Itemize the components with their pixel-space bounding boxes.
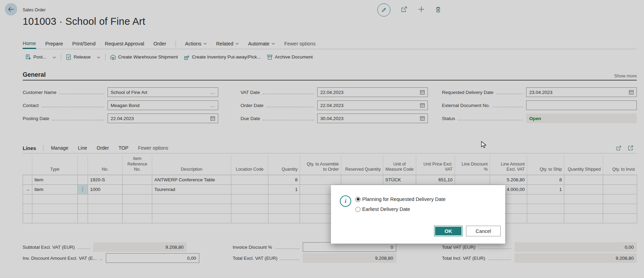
sales-order-page: Sales Order [0, 0, 644, 278]
ok-button[interactable]: OK [434, 226, 463, 236]
mouse-cursor [481, 141, 487, 149]
cancel-button[interactable]: Cancel [466, 226, 501, 236]
planning-options-dialog: i Planning for Requested Delivery Date E… [331, 185, 505, 244]
modal-overlay [0, 0, 644, 278]
radio-earliest-delivery-date[interactable]: Earliest Delivery Date [355, 206, 446, 212]
radio-selected-icon [355, 197, 360, 202]
info-icon: i [340, 195, 351, 207]
radio-planning-for-requested-delivery-date[interactable]: Planning for Requested Delivery Date [355, 196, 446, 202]
radio-unselected-icon [355, 207, 360, 212]
